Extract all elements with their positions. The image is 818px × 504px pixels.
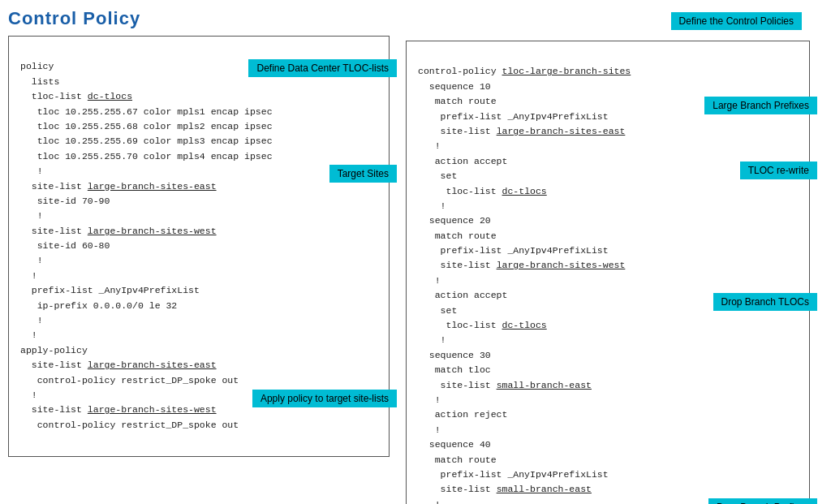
r-line-1: control-policy tloc-large-branch-sites	[418, 66, 631, 76]
r-line-29: site-list small-branch-east	[418, 484, 592, 494]
left-box: Define Data Center TLOC-lists Target Sit…	[8, 36, 390, 457]
r-line-20: sequence 30	[418, 350, 491, 360]
code-line-12: site-list large-branch-sites-west	[20, 226, 217, 236]
r-line-14: site-list large-branch-sites-west	[418, 260, 625, 270]
r-line-17: set	[418, 305, 457, 316]
code-line-18: !	[20, 315, 43, 325]
r-line-24: action reject	[418, 409, 507, 420]
r-line-28: prefix-list _AnyIpv4PrefixList	[418, 469, 609, 480]
right-panel: Define the Control Policies Large Branch…	[406, 8, 810, 504]
r-line-10: !	[418, 200, 446, 211]
callout-large-branch-prefixes: Large Branch Prefixes	[704, 97, 817, 114]
code-line-3: tloc-list dc-tlocs	[20, 91, 132, 101]
code-line-9: site-list large-branch-sites-east	[20, 181, 217, 192]
code-line-20: apply-policy	[20, 345, 88, 355]
r-line-7: action accept	[418, 156, 507, 166]
r-line-27: match route	[418, 454, 497, 465]
callout-drop-branch-prefixes: Drop Branch Prefixes	[708, 498, 817, 504]
r-line-9: tloc-list dc-tlocs	[418, 186, 547, 196]
code-line-22: control-policy restrict_DP_spoke out	[20, 375, 239, 386]
code-line-13: site-id 60-80	[20, 240, 110, 251]
r-line-2: sequence 10	[418, 81, 491, 92]
r-line-8: set	[418, 170, 457, 181]
code-line-6: tloc 10.255.255.69 color mpls3 encap ips…	[20, 136, 273, 146]
code-line-16: prefix-list _AnyIpv4PrefixList	[20, 285, 200, 295]
left-code-block: policy lists tloc-list dc-tlocs tloc 10.…	[20, 45, 377, 448]
code-line-1: policy	[20, 61, 54, 71]
r-line-22: site-list small-branch-east	[418, 380, 592, 390]
r-line-23: !	[418, 394, 441, 405]
control-policy-title: Control Policy	[8, 8, 390, 29]
r-line-26: sequence 40	[418, 439, 491, 450]
code-line-4: tloc 10.255.255.67 color mpls1 encap ips…	[20, 106, 273, 117]
code-line-15: !	[20, 270, 37, 281]
right-box: Large Branch Prefixes TLOC re-write Drop…	[406, 41, 810, 504]
r-line-12: match route	[418, 230, 497, 241]
r-line-16: action accept	[418, 290, 507, 300]
r-line-13: prefix-list _AnyIpv4PrefixList	[418, 245, 609, 256]
r-line-5: site-list large-branch-sites-east	[418, 126, 625, 136]
code-line-19: !	[20, 330, 37, 340]
page-container: Control Policy Define Data Center TLOC-l…	[0, 0, 818, 504]
code-line-24: site-list large-branch-sites-west	[20, 404, 217, 415]
code-line-23: !	[20, 390, 37, 400]
callout-apply-policy: Apply policy to target site-lists	[252, 390, 397, 407]
callout-tloc-rewrite: TLOC re-write	[740, 162, 817, 179]
r-line-15: !	[418, 275, 441, 286]
r-line-30: !	[418, 499, 441, 504]
code-line-21: site-list large-branch-sites-east	[20, 360, 217, 370]
code-line-7: tloc 10.255.255.70 color mpls4 encap ips…	[20, 151, 273, 162]
right-code-block: control-policy tloc-large-branch-sites s…	[418, 50, 798, 504]
r-line-4: prefix-list _AnyIpv4PrefixList	[418, 111, 609, 122]
code-line-14: !	[20, 255, 43, 265]
code-line-25: control-policy restrict_DP_spoke out	[20, 420, 239, 430]
r-line-21: match tloc	[418, 364, 491, 375]
code-line-10: site-id 70-90	[20, 196, 110, 206]
code-line-11: !	[20, 210, 43, 221]
r-line-19: !	[418, 334, 446, 345]
left-panel: Control Policy Define Data Center TLOC-l…	[8, 8, 390, 504]
callout-drop-branch-tlocs: Drop Branch TLOCs	[713, 293, 818, 311]
code-line-2: lists	[20, 76, 59, 87]
r-line-3: match route	[418, 96, 497, 106]
code-line-17: ip-prefix 0.0.0.0/0 le 32	[20, 300, 177, 311]
r-line-6: !	[418, 140, 441, 151]
code-line-5: tloc 10.255.255.68 color mpls2 encap ips…	[20, 121, 273, 131]
r-line-25: !	[418, 424, 441, 435]
code-line-8: !	[20, 166, 43, 176]
callout-tloc-list: Define Data Center TLOC-lists	[248, 59, 397, 77]
r-line-11: sequence 20	[418, 215, 491, 226]
r-line-18: tloc-list dc-tlocs	[418, 320, 547, 330]
callout-target-sites: Target Sites	[329, 165, 397, 183]
define-control-policies-callout: Define the Control Policies	[671, 12, 802, 30]
